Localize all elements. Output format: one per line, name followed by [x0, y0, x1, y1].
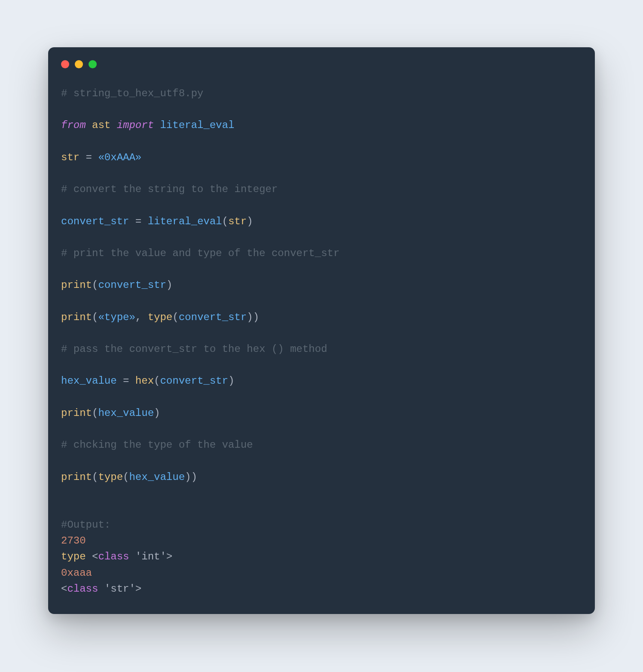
code-paren: ) [191, 471, 197, 483]
code-paren: ) [228, 375, 234, 387]
code-func-call: type [98, 471, 123, 483]
code-string: «0xAAA» [98, 152, 141, 163]
output-line: 2730 [61, 535, 86, 547]
code-paren: ( [123, 471, 129, 483]
code-func-call: print [61, 312, 92, 323]
close-icon[interactable] [61, 60, 69, 68]
output-lt: < [61, 583, 67, 595]
code-comment: # print the value and type of the conver… [61, 247, 340, 259]
code-paren: ) [154, 407, 160, 419]
code-comment: # chcking the type of the value [61, 439, 253, 451]
code-paren: ( [222, 216, 228, 227]
code-var: convert_str [61, 216, 129, 227]
code-var: hex_value [61, 375, 117, 387]
code-paren: ( [92, 471, 98, 483]
code-paren: ) [253, 312, 259, 323]
output-val: 'str' [104, 583, 135, 595]
code-arg: convert_str [98, 279, 166, 291]
code-paren: ( [92, 312, 98, 323]
code-import-name: literal_eval [160, 119, 234, 131]
code-operator: = [117, 375, 135, 387]
output-gt: > [135, 583, 141, 595]
minimize-icon[interactable] [75, 60, 83, 68]
output-header: #Output: [61, 519, 110, 531]
code-arg: convert_str [179, 312, 247, 323]
code-var: str [61, 152, 80, 163]
code-func-call: literal_eval [148, 216, 222, 227]
code-func-call: print [61, 471, 92, 483]
code-punct: , [135, 312, 148, 323]
window-titlebar [48, 47, 595, 73]
code-window: # string_to_hex_utf8.py from ast import … [48, 47, 595, 614]
code-keyword-import: import [117, 119, 154, 131]
output-lt: < [86, 551, 98, 562]
code-operator: = [80, 152, 98, 163]
maximize-icon[interactable] [89, 60, 97, 68]
code-paren: ) [247, 312, 253, 323]
code-string: «type» [98, 312, 135, 323]
code-paren: ( [172, 312, 178, 323]
code-paren: ( [154, 375, 160, 387]
code-func-call: type [148, 312, 173, 323]
output-line: type [61, 551, 86, 562]
code-module: ast [92, 119, 110, 131]
code-arg: str [228, 216, 247, 227]
output-gt: > [166, 551, 172, 562]
code-paren: ( [92, 279, 98, 291]
code-block: # string_to_hex_utf8.py from ast import … [48, 73, 595, 601]
code-paren: ) [166, 279, 172, 291]
code-keyword-from: from [61, 119, 86, 131]
code-paren: ) [185, 471, 191, 483]
output-val: 'int' [135, 551, 166, 562]
code-comment: # pass the convert_str to the hex () met… [61, 343, 327, 355]
output-sp [98, 583, 104, 595]
code-paren: ) [247, 216, 253, 227]
code-arg: hex_value [98, 407, 154, 419]
output-line: 0xaaa [61, 567, 92, 579]
code-comment: # string_to_hex_utf8.py [61, 88, 203, 99]
output-sp [129, 551, 135, 562]
code-arg: convert_str [160, 375, 228, 387]
output-class: class [98, 551, 129, 562]
code-func-call: hex [135, 375, 154, 387]
code-operator: = [129, 216, 147, 227]
code-comment: # convert the string to the integer [61, 183, 278, 195]
code-func-call: print [61, 407, 92, 419]
output-class: class [67, 583, 98, 595]
code-func-call: print [61, 279, 92, 291]
code-arg: hex_value [129, 471, 185, 483]
code-paren: ( [92, 407, 98, 419]
